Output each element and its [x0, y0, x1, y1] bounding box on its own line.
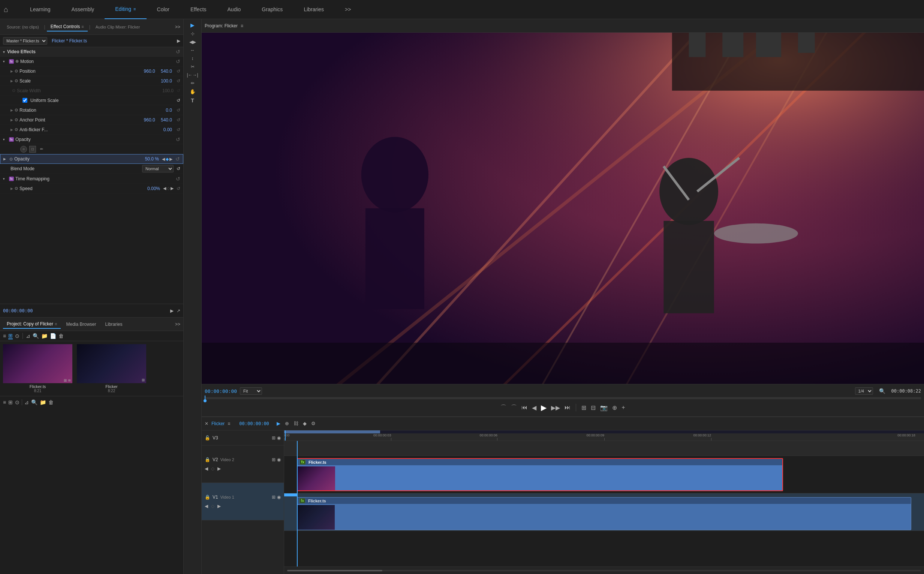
- speed-reset[interactable]: ↺: [176, 186, 180, 191]
- v3-sync-icon[interactable]: ⊞: [272, 435, 275, 440]
- af-expand[interactable]: ▶: [11, 128, 13, 132]
- pb-icon1[interactable]: ≡: [3, 399, 6, 405]
- pb-icon6[interactable]: 📁: [40, 399, 46, 405]
- v2-kf-right[interactable]: ▶: [217, 466, 221, 471]
- zoom-bar[interactable]: [287, 570, 921, 571]
- proj-trash-btn[interactable]: 🗑: [58, 333, 64, 339]
- tl-settings-tool[interactable]: ⚙: [310, 420, 317, 427]
- tr-expand[interactable]: ▾: [3, 177, 8, 181]
- kf-diamond[interactable]: ◆: [166, 157, 169, 162]
- fit-select[interactable]: Fit25%50%75%100%: [240, 387, 262, 395]
- speed-expand[interactable]: ▶: [11, 187, 13, 191]
- rotation-value[interactable]: 0.0: [166, 107, 172, 113]
- anchor-reset[interactable]: ↺: [176, 117, 180, 123]
- nav-editing[interactable]: Editing ≡: [105, 0, 146, 19]
- v2-eye-icon[interactable]: ◉: [277, 457, 281, 462]
- opacity-expand[interactable]: ▾: [3, 137, 8, 141]
- proj-sort-btn[interactable]: ⊿: [26, 333, 30, 339]
- grid-view-btn[interactable]: ⊞: [8, 333, 13, 339]
- ec-export-icon[interactable]: ↗: [176, 308, 180, 314]
- v3-lock-icon[interactable]: 🔓: [205, 435, 210, 440]
- tab-source[interactable]: Source: (no clips): [3, 23, 43, 31]
- nav-graphics[interactable]: Graphics: [251, 0, 293, 19]
- opacity-val-expand[interactable]: ▶: [3, 157, 8, 161]
- nav-learning[interactable]: Learning: [19, 0, 61, 19]
- step-fwd-btn[interactable]: ▶▶: [550, 404, 561, 412]
- proj-search-btn[interactable]: 🔍: [33, 333, 39, 339]
- v2-kf-left[interactable]: ◀: [205, 466, 208, 471]
- position-reset[interactable]: ↺: [176, 69, 180, 74]
- opacity-value[interactable]: 50.0 %: [145, 156, 159, 162]
- project-item-flicker-ts[interactable]: ⊞ ≋ Flicker.ts 8:21: [3, 344, 72, 393]
- tab-libraries[interactable]: Libraries: [102, 320, 126, 328]
- project-item-flicker[interactable]: ⊞ Flicker 8:22: [77, 344, 146, 393]
- v1-sync-icon[interactable]: ⊞: [272, 495, 275, 500]
- kf-right-arrow[interactable]: ▶: [169, 157, 172, 162]
- ap-expand[interactable]: ▶: [11, 118, 13, 122]
- video-effects-header[interactable]: ▾ Video Effects ↺: [0, 47, 183, 57]
- v2-lock-icon[interactable]: 🔒: [205, 457, 210, 462]
- tl-marker-tool[interactable]: ◆: [301, 420, 308, 427]
- position-x[interactable]: 960.0: [144, 69, 155, 74]
- pen-shape-btn[interactable]: ✏: [38, 146, 45, 153]
- v1-kf-dot[interactable]: ◇: [211, 503, 214, 509]
- proj-folder-btn[interactable]: 📁: [41, 333, 47, 339]
- vt-ripple[interactable]: ◀▶: [189, 39, 196, 45]
- vt-pen[interactable]: ✏: [191, 80, 195, 86]
- vt-type[interactable]: T: [191, 98, 194, 104]
- opacity-group-reset[interactable]: ↺: [176, 136, 180, 142]
- pb-icon4[interactable]: ⊿: [24, 399, 29, 405]
- tab-media-browser[interactable]: Media Browser: [62, 320, 100, 328]
- vt-razor[interactable]: ✂: [191, 64, 195, 69]
- video-effects-reset[interactable]: ↺: [176, 49, 180, 55]
- quality-select[interactable]: 1/41/2Full: [855, 387, 873, 395]
- freeform-btn[interactable]: ⊙: [15, 333, 19, 339]
- v2-kf-dot[interactable]: ◇: [211, 466, 214, 471]
- kf-left-arrow[interactable]: ◀: [162, 157, 165, 162]
- speed-value[interactable]: 0.00%: [147, 186, 160, 191]
- pb-icon7[interactable]: 🗑: [48, 399, 54, 405]
- v1-kf-right[interactable]: ▶: [217, 503, 221, 509]
- nav-libraries[interactable]: Libraries: [293, 0, 334, 19]
- tr-reset[interactable]: ↺: [176, 176, 180, 182]
- tab-project[interactable]: Project: Copy of Flicker ≡: [3, 320, 61, 329]
- panel-expand-btn[interactable]: >>: [175, 24, 180, 30]
- timeline-ruler[interactable]: :00:00 00:00:00:03 00:00:00:06: [284, 430, 924, 441]
- go-start-btn[interactable]: ⏮: [521, 404, 528, 412]
- rotation-reset[interactable]: ↺: [176, 107, 180, 113]
- rot-expand[interactable]: ▶: [11, 108, 13, 112]
- ec-time-icon[interactable]: ▶: [170, 308, 173, 314]
- program-menu-icon[interactable]: ≡: [241, 23, 243, 28]
- go-end-btn[interactable]: ⏭: [564, 404, 571, 412]
- tab-effect-controls[interactable]: Effect Controls ≡: [47, 22, 88, 32]
- nav-audio[interactable]: Audio: [217, 0, 252, 19]
- tl-menu-icon[interactable]: ≡: [228, 421, 230, 426]
- vt-slip[interactable]: |←→|: [187, 73, 198, 77]
- list-view-btn[interactable]: ≡: [3, 333, 6, 339]
- vt-hand[interactable]: ✋: [190, 89, 196, 95]
- anchor-y[interactable]: 540.0: [161, 117, 172, 123]
- nav-color[interactable]: Color: [146, 0, 180, 19]
- scale-expand[interactable]: ▶: [11, 79, 13, 83]
- v3-eye-icon[interactable]: ◉: [277, 435, 281, 440]
- home-icon[interactable]: ⌂: [4, 5, 8, 14]
- mark-in-btn[interactable]: ⌒: [500, 403, 507, 412]
- export-btn[interactable]: 📷: [600, 404, 608, 412]
- position-y[interactable]: 540.0: [161, 69, 172, 74]
- motion-expand[interactable]: ▾: [3, 60, 8, 63]
- nav-more[interactable]: >>: [334, 0, 361, 19]
- overwrite-btn[interactable]: ⊟: [590, 404, 597, 412]
- motion-reset[interactable]: ↺: [176, 58, 180, 65]
- antiflicker-reset[interactable]: ↺: [176, 127, 180, 132]
- vr-btn[interactable]: ⊕: [611, 404, 618, 412]
- vt-rate[interactable]: ↕: [192, 56, 194, 61]
- v1-kf-left[interactable]: ◀: [205, 503, 208, 509]
- v2-clip-flicker[interactable]: fx Flicker.ts: [297, 458, 783, 491]
- blend-mode-select[interactable]: Normal Multiply Screen: [142, 165, 173, 172]
- antiflicker-value[interactable]: 0.00: [164, 127, 172, 132]
- insert-btn[interactable]: ⊞: [581, 404, 587, 412]
- opacity-reset[interactable]: ↺: [175, 156, 180, 162]
- proj-new-btn[interactable]: 📄: [50, 333, 56, 339]
- opacity-value-row[interactable]: ▶ ⊙ Opacity 50.0 % ◀ ◆ ▶ ↺: [0, 154, 183, 164]
- vt-track-select[interactable]: ⊹: [191, 31, 195, 36]
